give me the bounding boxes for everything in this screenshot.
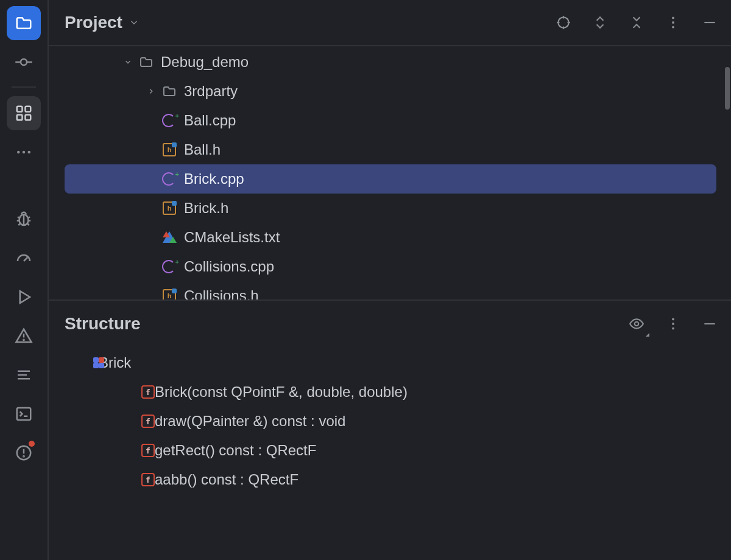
tree-item-label: Ball.cpp bbox=[184, 112, 236, 129]
debug-tool-icon[interactable] bbox=[7, 202, 41, 236]
svg-rect-3 bbox=[17, 107, 23, 112]
folder-icon bbox=[138, 54, 155, 71]
structure-member[interactable]: fgetRect() const : QRectF bbox=[49, 436, 716, 465]
collapse-all-icon[interactable] bbox=[626, 12, 647, 33]
run-tool-icon[interactable] bbox=[7, 280, 41, 314]
locate-file-icon[interactable] bbox=[553, 12, 574, 33]
structure-class[interactable]: Brick bbox=[49, 348, 716, 377]
todo-tool-icon[interactable] bbox=[7, 358, 41, 392]
tree-item-label: 3rdparty bbox=[184, 83, 238, 100]
function-icon: f bbox=[141, 415, 155, 428]
cpp-file-icon: + bbox=[161, 170, 178, 187]
structure-item-label: getRect() const : QRectF bbox=[155, 442, 316, 459]
structure-panel-header: Structure bbox=[49, 301, 731, 347]
header-file-icon: h bbox=[161, 200, 178, 217]
function-icon: f bbox=[141, 473, 155, 486]
header-file-icon: h bbox=[161, 141, 178, 158]
cpp-file-icon: + bbox=[161, 112, 178, 129]
project-panel: Project Debug_demo3rdparty+Ball.cpphBall… bbox=[49, 0, 731, 301]
tree-item-label: Collisions.cpp bbox=[184, 258, 274, 275]
expand-all-icon[interactable] bbox=[590, 12, 610, 33]
profiler-tool-icon[interactable] bbox=[7, 241, 41, 275]
structure-panel-title: Structure bbox=[65, 314, 140, 334]
more-tools-icon[interactable] bbox=[7, 135, 41, 169]
svg-point-21 bbox=[23, 340, 24, 340]
svg-point-8 bbox=[23, 151, 26, 154]
tree-folder[interactable]: 3rdparty bbox=[49, 77, 716, 106]
svg-point-39 bbox=[635, 322, 639, 326]
terminal-tool-icon[interactable] bbox=[7, 397, 41, 431]
messages-tool-icon[interactable] bbox=[7, 319, 41, 353]
svg-point-29 bbox=[23, 456, 24, 457]
svg-rect-6 bbox=[26, 115, 31, 121]
hide-panel-icon[interactable] bbox=[699, 313, 720, 334]
svg-point-7 bbox=[17, 151, 20, 154]
tree-item-label: Ball.h bbox=[184, 141, 221, 158]
structure-member[interactable]: fBrick(const QPointF &, double, double) bbox=[49, 377, 716, 407]
svg-rect-5 bbox=[17, 115, 23, 121]
structure-tree[interactable]: BrickfBrick(const QPointF &, double, dou… bbox=[49, 347, 731, 560]
separator bbox=[12, 86, 36, 88]
svg-point-36 bbox=[672, 21, 674, 24]
folder-icon bbox=[161, 83, 178, 100]
structure-member[interactable]: fdraw(QPainter &) const : void bbox=[49, 407, 716, 436]
tree-item-label: CMakeLists.txt bbox=[184, 229, 280, 246]
scrollbar-thumb[interactable] bbox=[725, 67, 730, 110]
tree-folder[interactable]: Debug_demo bbox=[49, 47, 716, 77]
structure-item-label: Brick(const QPointF &, double, double) bbox=[155, 383, 408, 401]
svg-point-41 bbox=[672, 323, 674, 325]
tree-file[interactable]: hCollisions.h bbox=[49, 281, 716, 299]
structure-item-label: aabb() const : QRectF bbox=[155, 471, 298, 488]
svg-line-18 bbox=[24, 257, 27, 261]
problems-tool-icon[interactable] bbox=[7, 436, 41, 470]
svg-point-42 bbox=[672, 327, 674, 330]
project-panel-header: Project bbox=[49, 0, 731, 46]
svg-rect-4 bbox=[26, 107, 31, 112]
svg-point-40 bbox=[672, 318, 674, 320]
cpp-file-icon: + bbox=[161, 258, 178, 275]
tree-item-label: Brick.h bbox=[184, 200, 228, 217]
activity-bar bbox=[0, 0, 49, 560]
svg-line-17 bbox=[27, 223, 29, 225]
function-icon: f bbox=[141, 385, 155, 399]
view-options-icon[interactable] bbox=[626, 313, 647, 334]
svg-line-16 bbox=[18, 223, 21, 225]
structure-panel: Structure BrickfBrick(const QPointF &, d… bbox=[49, 301, 731, 560]
tree-file[interactable]: +Brick.cpp bbox=[65, 164, 716, 194]
panel-title-label: Project bbox=[65, 13, 122, 32]
tree-item-label: Brick.cpp bbox=[184, 170, 244, 187]
tree-file[interactable]: hBall.h bbox=[49, 135, 716, 164]
chevron-down-icon[interactable] bbox=[122, 58, 134, 66]
tree-file[interactable]: hBrick.h bbox=[49, 194, 716, 223]
chevron-down-icon bbox=[129, 13, 139, 32]
commit-tool-icon[interactable] bbox=[7, 45, 41, 79]
tree-file[interactable]: +Collisions.cpp bbox=[49, 252, 716, 281]
tree-file[interactable]: +Ball.cpp bbox=[49, 106, 716, 135]
structure-item-label: draw(QPainter &) const : void bbox=[155, 413, 345, 430]
panel-title-label: Structure bbox=[65, 314, 140, 334]
tree-item-label: Debug_demo bbox=[161, 54, 249, 71]
svg-point-37 bbox=[672, 26, 674, 29]
svg-point-9 bbox=[28, 151, 31, 154]
cmake-file-icon bbox=[161, 229, 178, 246]
function-icon: f bbox=[141, 444, 155, 457]
panel-options-icon[interactable] bbox=[663, 313, 683, 334]
header-file-icon: h bbox=[161, 287, 178, 299]
svg-point-30 bbox=[558, 17, 568, 27]
svg-marker-19 bbox=[20, 291, 30, 303]
svg-point-0 bbox=[21, 59, 27, 65]
chevron-right-icon[interactable] bbox=[145, 87, 157, 96]
project-panel-title[interactable]: Project bbox=[65, 13, 139, 32]
project-tree[interactable]: Debug_demo3rdparty+Ball.cpphBall.h+Brick… bbox=[49, 46, 731, 299]
panel-options-icon[interactable] bbox=[663, 12, 683, 33]
svg-rect-25 bbox=[17, 408, 31, 420]
structure-member[interactable]: faabb() const : QRectF bbox=[49, 465, 716, 494]
tree-item-label: Collisions.h bbox=[184, 287, 259, 299]
structure-tool-icon[interactable] bbox=[7, 96, 41, 130]
project-tool-icon[interactable] bbox=[7, 6, 41, 40]
notification-dot-icon bbox=[29, 441, 35, 447]
tree-file[interactable]: CMakeLists.txt bbox=[49, 223, 716, 252]
hide-panel-icon[interactable] bbox=[699, 12, 720, 33]
svg-point-35 bbox=[672, 16, 674, 19]
